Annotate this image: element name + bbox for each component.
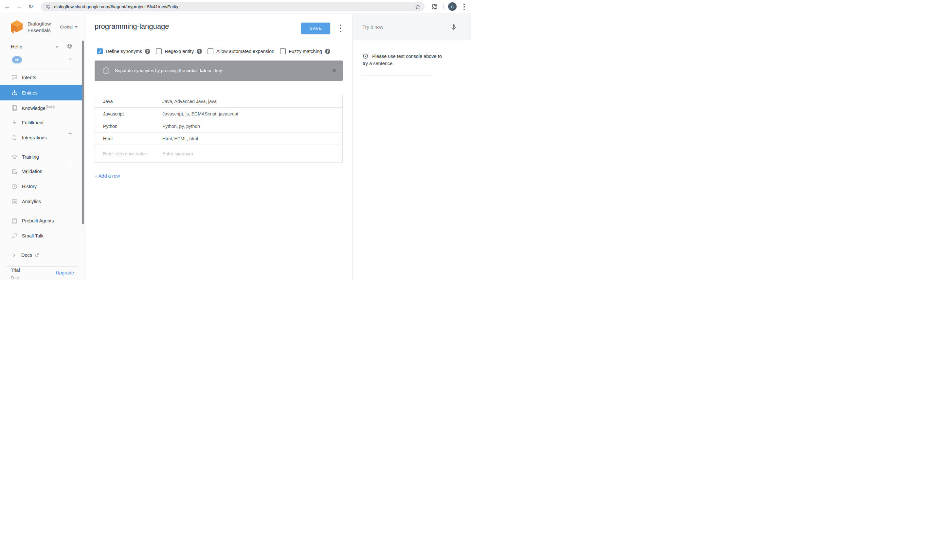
test-console-panel: Try it now Please use test console above… [353, 14, 471, 280]
help-icon[interactable]: ? [197, 49, 202, 54]
table-row[interactable]: Javascript Javascript, js, ECMAScript, j… [95, 108, 342, 120]
checkbox-label: Allow automated expansion [216, 49, 274, 54]
sidebar-scrollbar[interactable] [82, 40, 84, 225]
sidebar-item-label: Fulfillment [22, 120, 43, 125]
sidebar-item-integrations[interactable]: Integrations [0, 130, 84, 145]
help-icon[interactable]: ? [145, 49, 150, 54]
sidebar-item-label: Integrations [22, 135, 47, 140]
brand-name: Dialogflow Essentials [28, 21, 51, 33]
agent-chevron-down-icon[interactable] [56, 46, 58, 48]
info-icon [102, 67, 110, 75]
history-icon [11, 183, 18, 190]
sidebar-item-history[interactable]: History [0, 179, 84, 194]
analytics-icon [11, 198, 18, 205]
reference-value[interactable]: Javascript [95, 111, 162, 117]
save-button[interactable]: SAVE [301, 23, 330, 34]
beta-tag: [beta] [46, 105, 55, 109]
upgrade-link[interactable]: Upgrade [49, 270, 74, 275]
agent-name[interactable]: Hello [11, 44, 22, 50]
sidebar-item-small-talk[interactable]: Small Talk [0, 228, 84, 243]
divider [6, 148, 79, 148]
sidebar-item-validation[interactable]: Validation [0, 164, 84, 179]
synonyms-value[interactable]: Html, HTML, html [162, 136, 198, 141]
training-icon [11, 154, 18, 160]
sidebar-item-label: Validation [22, 169, 43, 174]
synonym-input[interactable] [162, 151, 319, 156]
small-talk-icon [11, 232, 18, 239]
sidebar-item-training[interactable]: Training [0, 149, 84, 165]
test-console-input[interactable]: Try it now [353, 14, 471, 40]
intents-icon [11, 74, 18, 81]
entity-header: programming-language SAVE [85, 14, 352, 40]
bookmark-star-icon[interactable] [415, 4, 421, 10]
help-icon[interactable]: ? [325, 49, 330, 54]
prebuilt-agents-icon [11, 218, 18, 224]
browser-toolbar: ← → ↻ dialogflow.cloud.google.com/#/agen… [0, 0, 471, 14]
region-selector[interactable]: Global [60, 14, 77, 40]
browser-menu-icon[interactable] [461, 4, 467, 10]
address-bar[interactable]: dialogflow.cloud.google.com/#/agent/mypr… [41, 2, 424, 11]
sidebar-item-prebuilt-agents[interactable]: Prebuilt Agents [0, 213, 84, 228]
extensions-icon[interactable] [431, 3, 438, 10]
hint-banner: Separate synonyms by pressing the enter,… [95, 60, 343, 81]
add-language-icon[interactable]: + [66, 55, 74, 63]
profile-avatar[interactable]: n [448, 2, 456, 11]
agent-settings-gear-icon[interactable] [66, 43, 73, 50]
entities-icon [11, 90, 18, 96]
reference-value[interactable]: Java [95, 99, 162, 104]
fuzzy-matching-checkbox[interactable] [280, 48, 286, 54]
divider [6, 68, 79, 68]
add-row-link[interactable]: + Add a row [95, 173, 120, 178]
sidebar-item-analytics[interactable]: Analytics [0, 194, 84, 209]
reference-value[interactable]: Python [95, 124, 162, 129]
entity-menu-icon[interactable] [338, 24, 343, 32]
sidebar-item-fulfillment[interactable]: Fulfillment [0, 115, 84, 130]
language-badge[interactable]: en [12, 56, 22, 63]
chevron-right-icon [12, 253, 16, 257]
brand-band: Dialogflow Essentials Global [0, 14, 84, 40]
entity-options: ✓ Define synonyms ? Regexp entity ? Allo… [97, 48, 330, 54]
sidebar-item-label: Knowledge[beta] [22, 105, 55, 111]
sidebar-item-intents[interactable]: Intents + [0, 70, 84, 85]
divider [362, 75, 433, 76]
allow-automated-expansion-checkbox[interactable] [208, 48, 213, 54]
table-row[interactable]: Python Python, py, python [95, 120, 342, 132]
sidebar-item-label: Entities [22, 90, 38, 95]
checkbox-label: Define synonyms [106, 49, 142, 54]
table-row[interactable]: Html Html, HTML, html [95, 132, 342, 145]
fulfillment-icon [11, 119, 18, 126]
checkbox-label: Regexp entity [165, 49, 194, 54]
reference-value[interactable]: Html [95, 136, 162, 141]
sidebar-item-label: Intents [22, 75, 36, 80]
sidebar-item-label: Prebuilt Agents [22, 218, 54, 223]
synonyms-value[interactable]: Javascript, js, ECMAScript, javascript [162, 111, 238, 117]
url-text[interactable]: dialogflow.cloud.google.com/#/agent/mypr… [54, 2, 178, 11]
reference-value-input[interactable] [103, 151, 162, 156]
synonyms-value[interactable]: Java, Advanced Java, java [162, 99, 217, 104]
browser-forward-icon[interactable]: → [14, 0, 24, 14]
checkbox-label: Fuzzy matching [289, 49, 322, 54]
main-content: programming-language SAVE ✓ Define synon… [85, 14, 353, 280]
sidebar-item-label: Small Talk [22, 233, 43, 238]
microphone-icon[interactable] [450, 23, 457, 31]
table-row[interactable]: Java Java, Advanced Java, java [95, 95, 342, 108]
sidebar-item-entities[interactable]: Entities + [0, 85, 84, 100]
browser-reload-icon[interactable]: ↻ [26, 0, 36, 14]
docs-label: Docs [21, 252, 32, 258]
page-title[interactable]: programming-language [95, 22, 169, 31]
sidebar-item-knowledge[interactable]: Knowledge[beta] [0, 100, 84, 115]
entity-table: Java Java, Advanced Java, java Javascrip… [95, 95, 343, 163]
synonyms-value[interactable]: Python, py, python [162, 124, 200, 129]
toolbar-separator [443, 4, 444, 9]
sidebar-item-docs[interactable]: Docs [0, 248, 84, 263]
define-synonyms-checkbox[interactable]: ✓ [97, 48, 103, 54]
browser-back-icon[interactable]: ← [2, 0, 12, 14]
plan-sub: Free [11, 276, 19, 280]
regexp-entity-checkbox[interactable] [156, 48, 162, 54]
chevron-down-icon [75, 26, 77, 28]
site-settings-icon[interactable] [45, 4, 51, 10]
hint-text: Separate synonyms by pressing the enter,… [115, 60, 223, 81]
divider [6, 212, 79, 212]
sidebar-item-label: History [22, 184, 37, 189]
close-icon[interactable]: ✕ [332, 60, 336, 81]
